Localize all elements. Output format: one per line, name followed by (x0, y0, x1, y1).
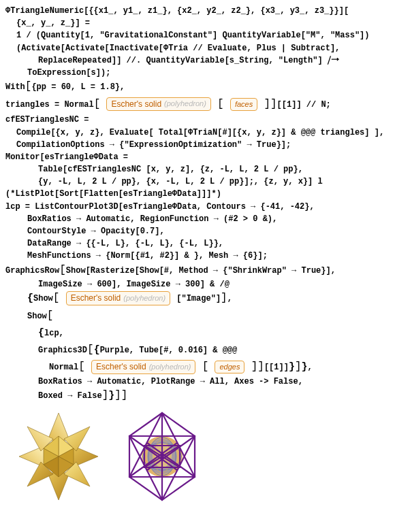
code-line: triangles = Normal[ Escher's solid (poly… (5, 97, 390, 112)
code-line: DataRange → {{-L, L}, {-L, L}, {-L, L}}, (27, 238, 390, 249)
code-line: ΦTriangleNumeric[{{x1_, y1_, z1_}, {x2_,… (5, 5, 390, 16)
code-line: BoxRatios → Automatic, PlotRange → All, … (38, 376, 390, 387)
eschers-solid-image (11, 409, 106, 504)
code-line: Normal[ Escher's solid (polyhedron) [ ed… (49, 360, 390, 375)
property-pill-edges[interactable]: edges (215, 361, 244, 373)
code-line: ImageSize → 600], ImageSize → 300] & /@ (38, 279, 390, 290)
code-line: 1 / (Quantity[1, "GravitationalConstant"… (16, 30, 390, 41)
code-line: {y, -L, L, 2 L / pp}, {x, -L, L, 2 L / p… (38, 176, 390, 187)
code-line: ContourStyle → Opacity[0.7], (27, 226, 390, 237)
code-line: cfESTrianglesNC = (5, 114, 390, 125)
code-line: CompilationOptions → {"ExpressionOptimiz… (16, 139, 390, 150)
code-line: Monitor[esTriangleΦData = (5, 152, 390, 163)
code-line: {x_, y_, z_}] = (16, 18, 390, 29)
code-line: With[{pp = 60, L = 1.8}, (5, 80, 390, 95)
code-line: BoxRatios → Automatic, RegionFunction → … (27, 214, 390, 225)
entity-pill-eschers-solid[interactable]: Escher's solid (polyhedron) (91, 360, 195, 373)
code-line: Boxed → False]}]] (38, 388, 390, 403)
code-line: {lcp, (38, 327, 390, 340)
code-line: ToExpression[s]); (27, 67, 390, 78)
code-line: Show[ (27, 309, 390, 324)
code-line: ReplaceRepeated]] //. QuantityVariable[s… (38, 55, 390, 66)
code-line: GraphicsRow[Show[Rasterize[Show[#, Metho… (5, 263, 390, 278)
code-line: (Activate[Activate[Inactivate[ΦTria // E… (16, 43, 390, 54)
property-pill-faces[interactable]: faces (230, 98, 257, 111)
code-line: MeshFunctions → {Norm[{#1, #2}] & }, Mes… (27, 250, 390, 261)
entity-pill-eschers-solid[interactable]: Escher's solid (polyhedron) (66, 291, 170, 305)
graphics-row (11, 409, 390, 504)
entity-pill-eschers-solid[interactable]: Escher's solid (polyhedron) (106, 97, 210, 111)
code-line: Compile[{x, y, z}, Evaluate[ Total[ΦTria… (16, 127, 390, 138)
code-line: Graphics3D[{Purple, Tube[#, 0.016] & @@@ (38, 343, 390, 358)
code-line: lcp = ListContourPlot3D[esTriangleΦData,… (5, 201, 390, 212)
code-line: {Show[ Escher's solid (polyhedron) ["Ima… (27, 291, 390, 306)
wireframe-contour-image (114, 409, 210, 504)
code-line: Table[cfESTrianglesNC [x, y, z], {z, -L,… (38, 164, 390, 175)
code-line: (*ListPlot[Sort[Flatten[esTriangleΦData]… (5, 188, 390, 199)
